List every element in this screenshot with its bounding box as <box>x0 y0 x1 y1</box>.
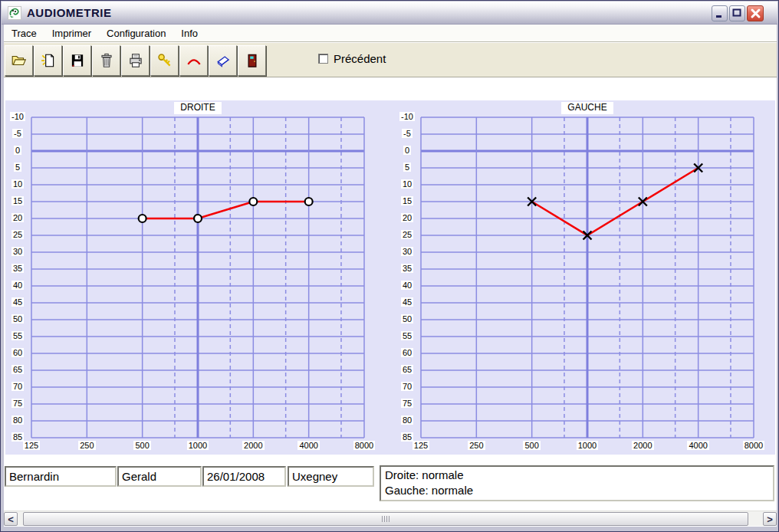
y-axis-label: 20 <box>395 213 419 222</box>
printer-icon <box>127 52 144 69</box>
scroll-right-button[interactable]: > <box>763 512 777 526</box>
scroll-left-button[interactable]: < <box>4 512 18 526</box>
chart-gauche-plot <box>395 100 779 455</box>
x-axis-label: 2000 <box>236 441 270 450</box>
x-axis-label: 1000 <box>570 441 604 450</box>
x-axis-label: 125 <box>404 441 438 450</box>
x-axis-label: 1000 <box>181 441 215 450</box>
menu-item-configuration[interactable]: Configuration <box>99 25 173 41</box>
minimize-button[interactable] <box>712 5 728 21</box>
new-button[interactable] <box>34 45 62 76</box>
y-axis-label: 70 <box>395 382 419 391</box>
close-icon <box>750 8 761 19</box>
y-axis-label: 75 <box>5 399 30 408</box>
y-axis-label: 15 <box>395 196 419 205</box>
x-axis-label: 4000 <box>292 441 326 450</box>
exit-button[interactable] <box>238 45 266 76</box>
y-axis-label: 55 <box>5 331 30 340</box>
menu-item-info[interactable]: Info <box>173 25 205 41</box>
y-axis-label: 40 <box>5 281 30 290</box>
folder-open-icon <box>11 52 28 69</box>
y-axis-label: 50 <box>5 314 30 323</box>
x-axis-label: 125 <box>15 441 48 450</box>
x-axis-label: 2000 <box>626 441 659 450</box>
floppy-disk-icon <box>69 52 86 69</box>
x-axis-label: 250 <box>70 441 104 450</box>
new-document-icon <box>40 52 57 69</box>
trash-icon <box>98 52 115 69</box>
x-axis-label: 8000 <box>737 441 771 450</box>
exam-date-field[interactable] <box>202 466 286 487</box>
y-axis-label: 65 <box>5 365 30 374</box>
key-button[interactable] <box>150 45 179 76</box>
chevron-right-icon: > <box>767 514 773 524</box>
trace-curve-button[interactable] <box>179 45 208 76</box>
y-axis-label: 40 <box>395 281 419 290</box>
x-axis-label: 500 <box>515 441 549 450</box>
curve-icon <box>186 52 202 69</box>
window-title: AUDIOMETRIE <box>27 6 112 19</box>
save-button[interactable] <box>63 45 91 76</box>
y-axis-label: 55 <box>395 331 419 340</box>
chevron-left-icon: < <box>8 514 14 524</box>
y-axis-label: 0 <box>5 146 30 155</box>
y-axis-label: 60 <box>5 348 30 357</box>
audiometrie-window: AUDIOMETRIE Trace Imprimer Configuration… <box>0 0 779 532</box>
y-axis-label: 35 <box>5 264 30 273</box>
y-axis-label: 30 <box>395 247 419 256</box>
horizontal-scrollbar[interactable]: < > <box>4 511 777 526</box>
y-axis-label: 20 <box>5 213 30 222</box>
menu-item-trace[interactable]: Trace <box>4 25 44 41</box>
erase-button[interactable] <box>209 45 237 76</box>
y-axis-label: 70 <box>5 382 30 391</box>
exit-door-icon <box>244 52 261 69</box>
eraser-icon <box>215 52 232 69</box>
x-axis-label: 500 <box>126 441 159 450</box>
open-button[interactable] <box>5 45 33 76</box>
y-axis-label: 75 <box>395 399 419 408</box>
y-axis-label: -10 <box>5 112 30 121</box>
x-axis-label: 250 <box>459 441 493 450</box>
x-axis-label: 8000 <box>347 441 381 450</box>
y-axis-label: 5 <box>5 163 30 172</box>
y-axis-label: 25 <box>395 230 419 239</box>
toolbar: Précédent <box>4 43 777 77</box>
y-axis-label: 45 <box>5 297 30 307</box>
close-button[interactable] <box>747 5 764 21</box>
y-axis-label: -10 <box>395 112 419 121</box>
patient-lastname-field[interactable] <box>5 466 117 487</box>
y-axis-label: 80 <box>395 415 419 425</box>
chart-gauche: GAUCHE -10-50510152025303540455055606570… <box>395 100 779 455</box>
y-axis-label: 5 <box>395 163 419 172</box>
y-axis-label: 65 <box>395 365 419 374</box>
results-textarea[interactable]: Droite: normale Gauche: normale <box>380 465 774 501</box>
thumb-grip-icon <box>382 516 390 522</box>
y-axis-label: 45 <box>395 297 419 307</box>
y-axis-label: 30 <box>5 247 30 256</box>
menu-item-imprimer[interactable]: Imprimer <box>44 25 99 41</box>
app-icon <box>8 6 21 20</box>
y-axis-label: 25 <box>5 230 30 239</box>
maximize-icon <box>731 8 743 19</box>
y-axis-label: 80 <box>5 415 30 425</box>
chart-droite-plot <box>5 100 395 455</box>
print-button[interactable] <box>121 45 150 76</box>
y-axis-label: 50 <box>395 314 419 323</box>
scroll-thumb[interactable] <box>23 512 748 526</box>
menubar: Trace Imprimer Configuration Info <box>4 25 777 42</box>
maximize-button[interactable] <box>729 5 745 21</box>
y-axis-label: 0 <box>395 146 419 155</box>
previous-checkbox[interactable] <box>318 54 328 64</box>
patient-city-field[interactable] <box>288 466 374 487</box>
delete-button[interactable] <box>92 45 120 76</box>
key-icon <box>156 52 173 69</box>
y-axis-label: -5 <box>395 129 419 138</box>
titlebar[interactable]: AUDIOMETRIE <box>2 2 777 25</box>
client-area: DROITE -10-50510152025303540455055606570… <box>4 77 777 527</box>
y-axis-label: 15 <box>5 196 30 205</box>
audiogram-panel: DROITE -10-50510152025303540455055606570… <box>5 100 775 455</box>
y-axis-label: 35 <box>395 264 419 273</box>
x-axis-label: 4000 <box>682 441 715 450</box>
patient-firstname-field[interactable] <box>117 466 202 487</box>
previous-checkbox-label: Précédent <box>334 52 386 65</box>
